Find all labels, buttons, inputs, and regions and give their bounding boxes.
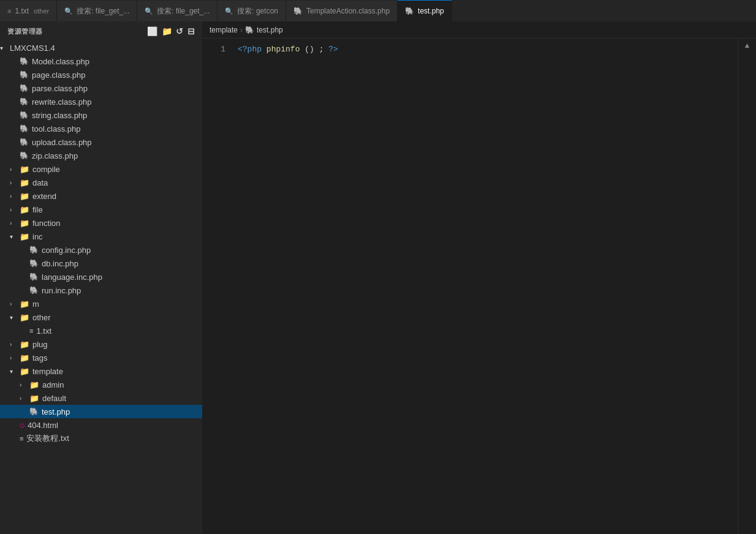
php-open-tag: <?php [238,45,262,54]
refresh-icon[interactable]: ↺ [176,26,184,36]
tree-item-language-inc[interactable]: 🐘 language.inc.php [0,270,202,284]
folder-arrow: ▾ [10,368,20,375]
root-arrow: ▾ [0,45,10,51]
tree-item-404html[interactable]: ◇ 404.html [0,418,202,432]
sidebar-actions: ⬜ 📁 ↺ ⊟ [147,26,195,36]
file-label: parse.class.php [32,84,88,93]
search-icon-2: 🔍 [145,7,153,15]
tree-item-inc[interactable]: ▾ 📁 inc [0,230,202,243]
tab-testphp[interactable]: 🐘 test.php [398,0,452,21]
scroll-up-arrow[interactable]: ▲ [744,41,751,50]
php-parens: () [304,45,314,54]
txt-icon: ≡ [20,435,23,442]
folder-arrow: › [10,220,20,227]
tree-item-1txt[interactable]: ≡ 1.txt [0,324,202,337]
tree-root[interactable]: ▾ LMXCMS1.4 [0,41,202,55]
tab-1txt[interactable]: ≡ 1.txt other [0,0,57,21]
tree-item-compile[interactable]: › 📁 compile [0,162,202,176]
tree-item-file[interactable]: › 📁 file [0,203,202,216]
tree-item-run-inc[interactable]: 🐘 run.inc.php [0,284,202,297]
sidebar-header: 资源管理器 ⬜ 📁 ↺ ⊟ [0,21,202,41]
tab-search2[interactable]: 🔍 搜索: file_get_... [137,0,217,21]
tab-bar: ≡ 1.txt other 🔍 搜索: file_get_... 🔍 搜索: f… [0,0,756,21]
tab-search2-label: 搜索: file_get_... [157,6,210,17]
tree-item-string[interactable]: 🐘 string.class.php [0,108,202,122]
tree-item-function[interactable]: › 📁 function [0,216,202,230]
tab-templateaction-label: TemplateAction.class.php [306,7,390,15]
tree-item-testphp[interactable]: 🐘 test.php [0,405,202,418]
tab-templateaction[interactable]: 🐘 TemplateAction.class.php [286,0,398,21]
folder-icon: 📁 [20,299,29,309]
tab-1txt-folder: other [34,7,49,15]
breadcrumb-sep: › [240,26,243,34]
elephant-icon: 🐘 [20,70,29,79]
file-label: language.inc.php [42,273,102,282]
tab-testphp-label: test.php [418,7,444,15]
file-label: zip.class.php [32,151,78,160]
elephant-icon: 🐘 [29,407,39,416]
folder-icon: 📁 [20,192,29,201]
elephant-icon: 🐘 [29,286,39,295]
elephant-icon: 🐘 [20,111,29,119]
file-label: file [32,205,43,214]
tree-item-db-inc[interactable]: 🐘 db.inc.php [0,257,202,270]
tab-search3[interactable]: 🔍 搜索: getcon [217,0,286,21]
search-icon-1: 🔍 [64,7,73,15]
tree-item-tool[interactable]: 🐘 tool.class.php [0,122,202,135]
tree-item-default[interactable]: › 📁 default [0,391,202,405]
new-folder-icon[interactable]: 📁 [162,26,173,36]
file-label: string.class.php [32,111,87,120]
sidebar-tree: ▾ LMXCMS1.4 🐘 Model.class.php 🐘 page.cla… [0,41,202,534]
folder-arrow: › [10,166,20,173]
tree-item-extend[interactable]: › 📁 extend [0,189,202,203]
tree-item-template[interactable]: ▾ 📁 template [0,364,202,378]
folder-arrow: ▾ [10,314,20,321]
elephant-icon: 🐘 [29,259,39,268]
tree-item-tags[interactable]: › 📁 tags [0,351,202,364]
tree-item-other[interactable]: ▾ 📁 other [0,310,202,324]
main-layout: 资源管理器 ⬜ 📁 ↺ ⊟ ▾ LMXCMS1.4 🐘 Model.class.… [0,21,756,534]
file-label: Model.class.php [32,57,89,66]
tree-item-zip[interactable]: 🐘 zip.class.php [0,149,202,162]
root-label: LMXCMS1.4 [10,43,55,53]
elephant-icon-templateaction: 🐘 [293,7,303,15]
elephant-icon: 🐘 [20,97,29,106]
new-file-icon[interactable]: ⬜ [147,26,158,36]
tree-item-admin[interactable]: › 📁 admin [0,378,202,391]
tab-search1-label: 搜索: file_get_... [77,6,129,17]
tree-item-config-inc[interactable]: 🐘 config.inc.php [0,243,202,257]
tree-item-data[interactable]: › 📁 data [0,176,202,189]
tree-item-upload[interactable]: 🐘 upload.class.php [0,135,202,149]
sidebar-title: 资源管理器 [7,27,43,36]
tree-item-model[interactable]: 🐘 Model.class.php [0,55,202,68]
folder-icon: 📁 [29,394,39,403]
file-label: 1.txt [36,326,51,336]
tree-item-instguide[interactable]: ≡ 安装教程.txt [0,432,202,445]
file-label: default [42,394,66,403]
tree-item-rewrite[interactable]: 🐘 rewrite.class.php [0,95,202,108]
folder-icon: 📁 [20,219,29,228]
collapse-icon[interactable]: ⊟ [187,26,195,36]
tree-item-m[interactable]: › 📁 m [0,297,202,310]
tree-item-page[interactable]: 🐘 page.class.php [0,68,202,81]
code-area: 1 <?php phpinfo () ; ?> ▲ [202,39,756,534]
tree-item-parse[interactable]: 🐘 parse.class.php [0,81,202,95]
txt-icon: ≡ [7,7,11,15]
elephant-icon: 🐘 [20,84,29,92]
folder-icon: 📁 [20,367,29,376]
tree-item-plug[interactable]: › 📁 plug [0,337,202,351]
folder-icon: 📁 [29,380,39,389]
code-content[interactable]: <?php phpinfo () ; ?> [233,39,738,534]
file-label: 404.html [28,421,58,430]
file-label: plug [32,340,48,349]
elephant-icon: 🐘 [20,151,29,160]
folder-icon: 📁 [20,313,29,322]
folder-arrow: › [10,193,20,200]
breadcrumb-part2: test.php [257,26,283,34]
file-label: run.inc.php [42,286,81,295]
sidebar: 资源管理器 ⬜ 📁 ↺ ⊟ ▾ LMXCMS1.4 🐘 Model.class.… [0,21,202,534]
tab-search1[interactable]: 🔍 搜索: file_get_... [57,0,137,21]
file-label: compile [32,165,60,174]
breadcrumb: template › 🐘 test.php [202,21,756,39]
search-icon-3: 🔍 [225,7,233,15]
